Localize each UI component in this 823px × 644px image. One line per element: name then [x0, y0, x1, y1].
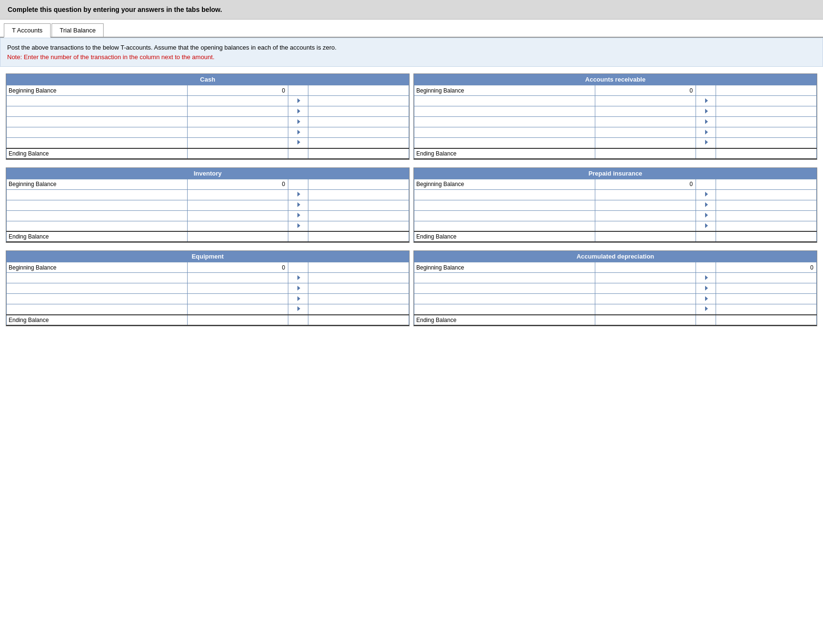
inv-row4-label[interactable]: [9, 223, 185, 229]
accum-row1-val[interactable]: [718, 275, 813, 281]
ar-row2-label[interactable]: [416, 108, 593, 115]
accum-row3-label[interactable]: [416, 296, 593, 302]
accum-row4-val[interactable]: [718, 306, 813, 312]
cash-row2-label[interactable]: [9, 108, 185, 115]
inv-row1-label[interactable]: [9, 191, 185, 198]
cash-ending-empty: [308, 148, 409, 159]
instructions: Post the above transactions to the below…: [0, 38, 823, 67]
ar-row2-val[interactable]: [597, 108, 693, 115]
prepaid-row2-right[interactable]: [718, 202, 814, 208]
equip-row4-label[interactable]: [9, 306, 185, 312]
prepaid-row1-label[interactable]: [416, 191, 593, 198]
ar-row1-right[interactable]: [718, 98, 814, 104]
inv-row2-val[interactable]: [190, 202, 285, 208]
prepaid-ending-input[interactable]: [597, 233, 693, 240]
accum-row1-left[interactable]: [597, 275, 694, 281]
ar-row4-right[interactable]: [718, 129, 814, 136]
header-bar: Complete this question by entering your …: [0, 0, 823, 20]
cash-row5-label[interactable]: [9, 139, 185, 146]
accum-row4-left[interactable]: [597, 306, 694, 312]
ar-begin-arrow: [696, 85, 716, 96]
accum-row2-left[interactable]: [597, 285, 694, 292]
equip-row4-val[interactable]: [190, 306, 285, 312]
accum-ending-input[interactable]: [718, 317, 813, 323]
prepaid-row2-label[interactable]: [416, 202, 593, 208]
prepaid-header: Prepaid insurance: [414, 168, 817, 179]
cash-row4-val[interactable]: [190, 129, 285, 136]
inv-ending-val[interactable]: [188, 231, 288, 242]
cash-row3-val[interactable]: [190, 119, 285, 125]
cash-ending-val[interactable]: [188, 148, 288, 159]
cash-row4-right[interactable]: [310, 129, 407, 136]
prepaid-ending-val[interactable]: [595, 231, 696, 242]
cash-row2-right[interactable]: [310, 108, 407, 115]
prepaid-row1-right[interactable]: [718, 191, 814, 198]
ar-row5-right[interactable]: [718, 139, 814, 146]
tab-t-accounts[interactable]: T Accounts: [4, 23, 51, 38]
cash-row3-label[interactable]: [9, 119, 185, 125]
equip-row2-right[interactable]: [310, 285, 407, 292]
equip-row3-label[interactable]: [9, 296, 185, 302]
prepaid-row2-val[interactable]: [597, 202, 693, 208]
ar-ending-input[interactable]: [597, 150, 693, 157]
inv-row1-val[interactable]: [190, 191, 285, 198]
ar-row3-label[interactable]: [416, 119, 593, 125]
ar-ending-val[interactable]: [595, 148, 696, 159]
prepaid-row4-right[interactable]: [718, 223, 814, 229]
prepaid-ending-arrow: [696, 231, 716, 242]
cash-row1-label[interactable]: [9, 98, 185, 104]
equip-row2-val[interactable]: [190, 285, 285, 292]
accum-row1-label[interactable]: [416, 275, 593, 281]
ar-row4-label[interactable]: [416, 129, 593, 136]
prepaid-row3-right[interactable]: [718, 212, 814, 219]
prepaid-row3-label[interactable]: [416, 212, 593, 219]
inv-row3-label[interactable]: [9, 212, 185, 219]
equip-ending-input[interactable]: [190, 317, 285, 323]
ar-row3-val[interactable]: [597, 119, 693, 125]
equip-row1-label[interactable]: [9, 275, 185, 281]
cash-row5-right[interactable]: [310, 139, 407, 146]
cash-row4-label[interactable]: [9, 129, 185, 136]
ar-row4-val[interactable]: [597, 129, 693, 136]
inv-row2-right[interactable]: [310, 202, 407, 208]
accum-row3-val[interactable]: [718, 296, 813, 302]
equip-row3-val[interactable]: [190, 296, 285, 302]
cash-row1-right[interactable]: [310, 98, 407, 104]
inv-ending-input[interactable]: [190, 233, 285, 240]
accum-row2-val[interactable]: [718, 285, 813, 292]
accum-row4-label[interactable]: [416, 306, 593, 312]
ar-row3-right[interactable]: [718, 119, 814, 125]
equip-row3-right[interactable]: [310, 296, 407, 302]
equip-row1-right[interactable]: [310, 275, 407, 281]
accum-ending-val[interactable]: [716, 315, 817, 325]
ar-row5-val[interactable]: [597, 139, 693, 146]
prepaid-row4-label[interactable]: [416, 223, 593, 229]
prepaid-row4-val[interactable]: [597, 223, 693, 229]
prepaid-row3-val[interactable]: [597, 212, 693, 219]
ar-row1-val[interactable]: [597, 98, 693, 104]
inv-row2-label[interactable]: [9, 202, 185, 208]
inv-row4-val[interactable]: [190, 223, 285, 229]
cash-row1-val[interactable]: [190, 98, 285, 104]
equip-row4-right[interactable]: [310, 306, 407, 312]
ar-beginning-label: Beginning Balance: [414, 85, 595, 96]
prepaid-row3-arrow: [696, 210, 716, 221]
equip-row1-val[interactable]: [190, 275, 285, 281]
inv-row3-val[interactable]: [190, 212, 285, 219]
cash-row3-right[interactable]: [310, 119, 407, 125]
ar-row5-label[interactable]: [416, 139, 593, 146]
ar-row1-label[interactable]: [416, 98, 593, 104]
tab-trial-balance[interactable]: Trial Balance: [52, 23, 104, 37]
equip-row2-label[interactable]: [9, 285, 185, 292]
equip-ending-val[interactable]: [188, 315, 288, 325]
prepaid-row1-val[interactable]: [597, 191, 693, 198]
inv-row4-right[interactable]: [310, 223, 407, 229]
cash-row5-val[interactable]: [190, 139, 285, 146]
cash-row2-val[interactable]: [190, 108, 285, 115]
cash-ending-input[interactable]: [190, 150, 285, 157]
inv-row3-right[interactable]: [310, 212, 407, 219]
accum-row2-label[interactable]: [416, 285, 593, 292]
ar-row2-right[interactable]: [718, 108, 814, 115]
accum-row3-left[interactable]: [597, 296, 694, 302]
inv-row1-right[interactable]: [310, 191, 407, 198]
